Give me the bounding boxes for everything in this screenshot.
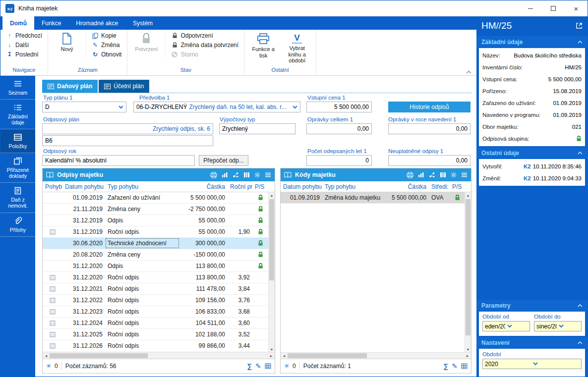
kody-table-row[interactable]: 01.09.2019Změna kódu majetku5 500 000,00… xyxy=(281,192,465,204)
col-castka[interactable]: Částka xyxy=(382,181,429,192)
odpisovy-plan-name-field[interactable]: Zrychlený odpis, sk. 6 xyxy=(42,123,213,134)
col-stredisko[interactable]: Středi: xyxy=(429,181,450,192)
col-rocni-pr[interactable]: Roční pr xyxy=(228,181,252,192)
edit-icon[interactable]: ✎ xyxy=(452,362,458,370)
scroll-down-icon[interactable]: ▼ xyxy=(269,346,275,352)
sidebar-item-zakladni-udaje[interactable]: Základní údaje xyxy=(0,100,35,129)
funkce-a-tisk-button[interactable]: Funkce a tisk xyxy=(248,32,278,58)
novy-button[interactable]: Nový xyxy=(52,32,82,53)
odpisy-table-row[interactable]: 31.12.2020Odpis113 800,00 xyxy=(43,261,268,272)
obdobi-od-select[interactable]: eden/2020 xyxy=(482,321,530,331)
section-ostatni-udaje[interactable]: Ostatní údaje xyxy=(476,147,588,159)
sidebar-item-dan-z-nemovit[interactable]: Daň z nemovit. xyxy=(0,183,35,213)
tab-funkce[interactable]: Funkce xyxy=(34,16,68,30)
odpisovy-plan-code-field[interactable]: B6 xyxy=(42,135,213,146)
export-grid-icon[interactable] xyxy=(461,363,468,369)
maximize-button[interactable] xyxy=(542,0,565,16)
sidebar-item-polozky[interactable]: Položky xyxy=(0,129,35,153)
odpisy-table-row[interactable]: 20.08.2020Změna ceny-150 000,00 xyxy=(43,249,268,261)
pivot-icon[interactable] xyxy=(233,172,239,178)
kopie-button[interactable]: Kopie xyxy=(90,32,123,40)
columns-icon[interactable] xyxy=(440,172,446,178)
scroll-up-icon[interactable]: ▲ xyxy=(465,192,471,198)
odpisy-table-row[interactable]: 31.12.2026Roční odpis99 866,003,44 xyxy=(43,340,268,352)
chevron-down-icon[interactable] xyxy=(533,362,579,366)
predchozi-button[interactable]: ↑Předchozí xyxy=(4,32,44,40)
posledni-button[interactable]: ↧Poslední xyxy=(4,51,44,58)
dalsi-button[interactable]: ↓Další xyxy=(4,41,44,49)
chart-icon[interactable] xyxy=(222,172,228,178)
filter-icon[interactable]: ✳ xyxy=(46,363,51,370)
scroll-right-icon[interactable]: ► xyxy=(268,354,275,358)
close-button[interactable]: × xyxy=(565,0,588,16)
sum-icon[interactable]: ∑ xyxy=(443,362,448,370)
kody-vertical-scrollbar[interactable]: ▲ ▼ xyxy=(465,192,471,352)
settings-icon[interactable] xyxy=(254,172,260,178)
odpisy-table-row[interactable]: 31.12.2020Roční odpis113 800,003,92 xyxy=(43,272,268,283)
expand-panel-icon[interactable] xyxy=(576,22,583,29)
sidebar-item-prirazene-doklady[interactable]: Přiřazené doklady xyxy=(0,153,35,183)
vybrat-knihu-button[interactable]: V Vybrat knihu a období xyxy=(282,32,312,64)
col-typ-pohybu[interactable]: Typ pohybu xyxy=(322,181,382,192)
print-icon[interactable] xyxy=(210,172,217,178)
obdobi-select[interactable]: 2020 xyxy=(482,359,582,369)
print-icon[interactable] xyxy=(407,172,413,178)
odpisy-vertical-scrollbar[interactable]: ▲ ▼ xyxy=(268,192,275,352)
columns-icon[interactable] xyxy=(243,172,250,178)
collapse-ribbon-button[interactable] xyxy=(466,70,471,74)
filter-icon[interactable]: ✳ xyxy=(284,363,289,370)
odpisy-table-row[interactable]: 31.12.2022Roční odpis109 156,003,76 xyxy=(43,295,268,306)
odpisy-table-row[interactable]: 31.12.2025Roční odpis102 188,003,52 xyxy=(43,329,268,340)
odpisy-table-row[interactable]: 31.12.2023Roční odpis106 833,003,68 xyxy=(43,306,268,318)
vypoctovy-typ-field[interactable]: Zrychlený xyxy=(219,123,295,134)
zmena-data-potvrzeni-button[interactable]: Změna data potvrzení xyxy=(170,41,240,49)
typ-planu-select[interactable]: D xyxy=(42,102,126,112)
chevron-down-icon[interactable] xyxy=(507,324,528,328)
col-pohyb[interactable]: Pohyb xyxy=(43,181,62,192)
scrollbar-thumb[interactable] xyxy=(466,199,470,335)
odpisy-table-row[interactable]: 01.09.2019Zařazení do užívání5 500 000,0… xyxy=(43,192,268,204)
opravky-navedeni-field[interactable]: 0,00 xyxy=(388,123,470,134)
scrollbar-thumb[interactable] xyxy=(50,353,148,358)
col-ps[interactable]: P/S xyxy=(252,181,268,192)
predvolba-select[interactable]: 06-D-ZRYCHLENÝ Zrychlený daň. na 50 let,… xyxy=(133,102,300,112)
potvrzeni-button[interactable]: Potvrzení xyxy=(131,32,161,53)
sum-icon[interactable]: ∑ xyxy=(247,362,252,370)
edit-icon[interactable]: ✎ xyxy=(255,362,261,370)
scroll-left-icon[interactable]: ◄ xyxy=(281,354,288,358)
scroll-right-icon[interactable]: ► xyxy=(464,354,471,358)
prepocet-button[interactable]: Přepočet odp... xyxy=(199,155,248,166)
odpisy-table-row[interactable]: 30.06.2020Technické zhodnocení300 000,00 xyxy=(43,238,268,249)
odpisy-table-row[interactable]: 31.12.2024Roční odpis104 511,003,60 xyxy=(43,318,268,329)
odpisovy-rok-field[interactable]: Kalendářní % absolutní xyxy=(42,155,195,166)
tab-domu[interactable]: Domů xyxy=(2,16,34,30)
kody-horizontal-scrollbar[interactable]: ◄ ► xyxy=(281,352,471,359)
odpotvrzeni-button[interactable]: Odpotvrzení xyxy=(170,32,240,40)
scrollbar-thumb[interactable] xyxy=(269,199,274,280)
chart-icon[interactable] xyxy=(418,172,424,178)
storno-button[interactable]: Storno xyxy=(170,51,240,58)
scroll-left-icon[interactable]: ◄ xyxy=(43,354,50,358)
odpisy-table-row[interactable]: 31.12.2019Odpis55 000,00 xyxy=(43,215,268,226)
neuplatnene-field[interactable]: 0,00 xyxy=(388,155,470,166)
historie-odpisu-button[interactable]: Historie odpisů xyxy=(388,102,470,112)
scrollbar-thumb[interactable] xyxy=(288,353,367,358)
col-castka[interactable]: Částka xyxy=(179,181,228,192)
opravky-celkem-field[interactable]: 0,00 xyxy=(306,123,372,134)
sidebar-item-prilohy[interactable]: Přílohy xyxy=(0,213,35,237)
scroll-up-icon[interactable]: ▲ xyxy=(269,192,275,198)
odpisy-horizontal-scrollbar[interactable]: ◄ ► xyxy=(43,352,275,359)
chevron-down-icon[interactable] xyxy=(293,106,297,109)
obnovit-button[interactable]: ↻Obnovit xyxy=(90,51,123,58)
minimize-button[interactable] xyxy=(519,0,542,16)
sidebar-item-seznam[interactable]: Seznam xyxy=(0,76,35,100)
col-ps[interactable]: P/S xyxy=(450,181,465,192)
odpisy-table-row[interactable]: 31.12.2019Roční odpis55 000,001,90 xyxy=(43,226,268,238)
settings-icon[interactable] xyxy=(451,172,457,178)
tab-ucetni-plan[interactable]: Účetní plán xyxy=(99,80,149,93)
odpisy-table-row[interactable]: 31.12.2021Roční odpis111 478,003,84 xyxy=(43,283,268,295)
pocet-let-field[interactable]: 0 xyxy=(306,155,372,166)
pivot-icon[interactable] xyxy=(429,172,435,178)
odpisy-table-row[interactable]: 21.11.2019Změna ceny-2 750 000,00 xyxy=(43,204,268,215)
chevron-down-icon[interactable] xyxy=(559,324,579,328)
